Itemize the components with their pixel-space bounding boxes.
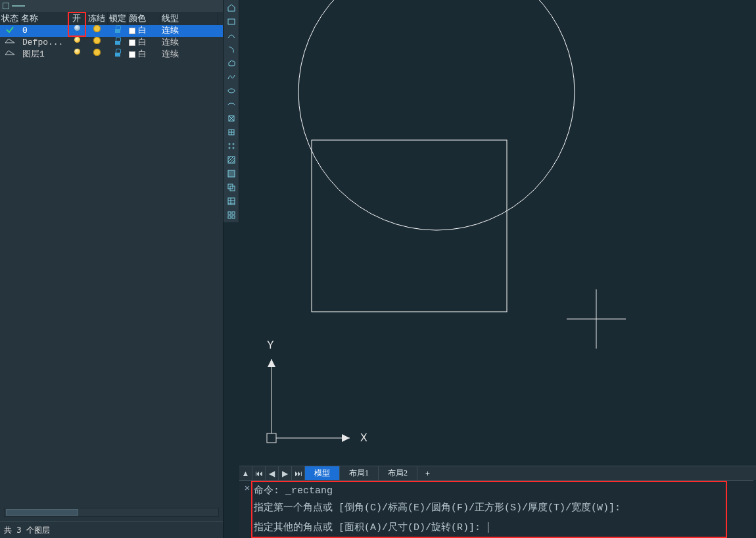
region-icon[interactable] — [224, 181, 239, 194]
ellipse-icon[interactable] — [224, 84, 239, 97]
layer-row[interactable]: 0白连续 — [0, 25, 223, 37]
command-caret — [488, 522, 488, 533]
table-icon[interactable] — [224, 195, 239, 208]
svg-rect-8 — [228, 157, 235, 163]
lock-icon — [114, 25, 121, 33]
layer-name: 图层1 — [20, 49, 68, 61]
svg-rect-17 — [232, 216, 235, 218]
tabs-prev-icon[interactable]: ◀ — [266, 466, 279, 480]
layer-state-icon — [0, 37, 20, 49]
svg-point-4 — [229, 143, 230, 145]
layer-linetype[interactable]: 连续 — [160, 25, 218, 37]
color-swatch — [129, 39, 135, 46]
panel-spacer — [0, 61, 223, 508]
col-name[interactable]: 名称 — [20, 12, 68, 25]
command-area[interactable]: × 命令: _rectang 指定第一个角点或 [倒角(C)/标高(E)/圆角(… — [239, 480, 753, 538]
home-icon[interactable] — [224, 1, 239, 14]
layer-color[interactable]: 白 — [128, 37, 160, 49]
insert-icon[interactable] — [224, 126, 239, 139]
svg-rect-19 — [312, 140, 507, 312]
scrollbar-thumb[interactable] — [6, 509, 78, 516]
svg-point-5 — [233, 143, 234, 145]
layer-state-icon — [0, 49, 20, 61]
layer-rows: 0白连续Defpo...白连续图层1白连续 — [0, 25, 223, 61]
svg-point-7 — [233, 147, 234, 149]
svg-rect-0 — [228, 19, 235, 24]
layer-name: 0 — [20, 25, 68, 37]
panel-scrollbar[interactable] — [4, 508, 219, 517]
panel-icon — [3, 3, 9, 9]
arc2-icon[interactable] — [224, 43, 239, 56]
tabs-first-icon[interactable]: ⏮ — [252, 466, 266, 480]
command-line-2: 指定第一个角点或 [倒角(C)/标高(E)/圆角(F)/正方形(S)/厚度(T)… — [254, 500, 749, 517]
layer-on-toggle[interactable] — [68, 37, 85, 49]
col-color[interactable]: 颜色 — [128, 12, 160, 25]
bulb-icon — [74, 37, 80, 43]
layer-lock-toggle[interactable] — [108, 25, 128, 37]
right-area: X Y ▲ ⏮ ◀ ▶ ⏭ 模型布局1布局2 + × 命令: _rectang … — [224, 0, 756, 538]
layer-linetype[interactable]: 连续 — [160, 49, 218, 61]
lock-icon — [114, 37, 121, 45]
svg-point-6 — [229, 147, 230, 149]
sun-icon — [93, 49, 101, 56]
layer-color[interactable]: 白 — [128, 25, 160, 37]
tabs-add-button[interactable]: + — [417, 466, 438, 480]
drawing-canvas[interactable]: X Y — [239, 0, 756, 464]
layer-freeze-toggle[interactable] — [85, 49, 108, 61]
layer-on-toggle[interactable] — [68, 49, 85, 61]
gradient-icon[interactable] — [224, 167, 239, 180]
command-line-1: 命令: _rectang — [254, 483, 749, 500]
draw-toolbar — [224, 0, 239, 222]
app-root: 状态 名称 开 冻结 锁定 颜色 线型 0白连续Defpo...白连续图层1白连… — [0, 0, 756, 538]
layer-on-toggle[interactable] — [68, 25, 85, 37]
layout-tab[interactable]: 布局2 — [379, 466, 417, 480]
tabs-scroll-up-icon[interactable]: ▲ — [239, 466, 252, 480]
col-linetype[interactable]: 线型 — [160, 12, 218, 25]
layer-lock-toggle[interactable] — [108, 49, 128, 61]
cloud-icon[interactable] — [224, 57, 239, 70]
bulb-icon — [74, 49, 80, 55]
svg-point-18 — [298, 0, 575, 230]
layer-status: 共 3 个图层 — [0, 521, 223, 538]
layout-tab[interactable]: 布局1 — [340, 466, 379, 480]
layer-header: 状态 名称 开 冻结 锁定 颜色 线型 — [0, 12, 223, 25]
col-state[interactable]: 状态 — [0, 12, 20, 25]
color-label: 白 — [138, 25, 147, 37]
arc-icon[interactable] — [224, 29, 239, 42]
layout-tabs: ▲ ⏮ ◀ ▶ ⏭ 模型布局1布局2 + — [239, 466, 756, 480]
command-prompt: 指定其他的角点或 [面积(A)/尺寸(D)/旋转(R)]: — [254, 520, 749, 537]
ellipse-arc-icon[interactable] — [224, 98, 239, 111]
layer-lock-toggle[interactable] — [108, 37, 128, 49]
col-on[interactable]: 开 — [68, 12, 85, 25]
layout-tab[interactable]: 模型 — [305, 466, 340, 480]
layer-name: Defpo... — [20, 37, 68, 49]
sun-icon — [93, 37, 101, 44]
layer-row[interactable]: 图层1白连续 — [0, 49, 223, 61]
block-icon[interactable] — [224, 112, 239, 125]
hatch-icon[interactable] — [224, 153, 239, 166]
svg-rect-16 — [228, 216, 231, 218]
panel-icon — [12, 5, 25, 7]
spline-icon[interactable] — [224, 70, 239, 84]
layer-freeze-toggle[interactable] — [85, 37, 108, 49]
point-icon[interactable] — [224, 139, 239, 153]
grid-icon[interactable] — [224, 208, 239, 222]
layer-row[interactable]: Defpo...白连续 — [0, 37, 223, 49]
layer-linetype[interactable]: 连续 — [160, 37, 218, 49]
tabs-last-icon[interactable]: ⏭ — [292, 466, 305, 480]
layer-freeze-toggle[interactable] — [85, 25, 108, 37]
color-label: 白 — [138, 37, 147, 49]
svg-rect-22 — [267, 433, 276, 443]
col-lock[interactable]: 锁定 — [108, 12, 128, 25]
lock-icon — [114, 49, 121, 57]
rect-icon[interactable] — [224, 15, 239, 28]
layer-color[interactable]: 白 — [128, 49, 160, 61]
command-close-icon[interactable]: × — [241, 481, 254, 538]
tabs-next-icon[interactable]: ▶ — [279, 466, 292, 480]
svg-rect-9 — [228, 170, 235, 177]
svg-rect-14 — [228, 212, 231, 214]
col-freeze[interactable]: 冻结 — [85, 12, 108, 25]
layer-panel: 状态 名称 开 冻结 锁定 颜色 线型 0白连续Defpo...白连续图层1白连… — [0, 0, 224, 538]
svg-rect-15 — [232, 212, 235, 214]
axis-x-label: X — [360, 432, 367, 443]
